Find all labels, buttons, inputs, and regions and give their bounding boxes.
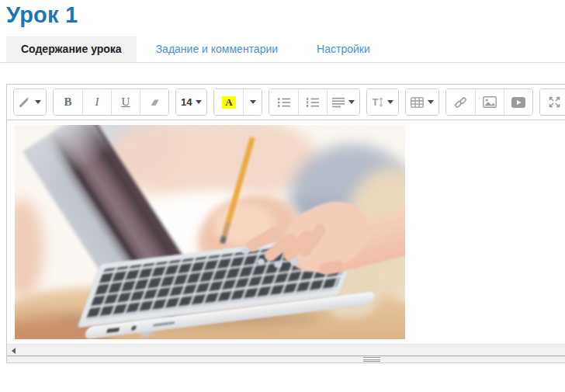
ordered-list-button[interactable]	[298, 89, 327, 115]
color-group: A	[213, 88, 262, 116]
table-button[interactable]	[406, 89, 438, 115]
line-height-letter: T	[372, 96, 378, 108]
editor-content-area[interactable]	[7, 120, 565, 344]
color-letter: A	[222, 96, 235, 109]
photo-foreground-blur	[15, 199, 43, 300]
lesson-photo[interactable]	[15, 125, 405, 339]
tab-lesson-content[interactable]: Содержание урока	[6, 36, 137, 62]
insert-link-button[interactable]	[446, 89, 475, 115]
tab-assignment-comments[interactable]: Задание и комментарии	[137, 36, 297, 62]
photo-fingernail	[274, 262, 282, 268]
bold-button[interactable]: B	[54, 89, 82, 115]
photo-laptop-vent	[153, 321, 175, 327]
chevron-down-icon	[348, 100, 355, 104]
paragraph-style-button[interactable]	[14, 89, 46, 115]
editor-resize-handle[interactable]	[7, 356, 565, 363]
text-color-button[interactable]: A	[214, 89, 243, 115]
chevron-down-icon	[35, 100, 41, 104]
tab-settings[interactable]: Настройки	[297, 36, 390, 62]
insert-group	[445, 88, 533, 116]
paragraph-align-button[interactable]	[327, 89, 359, 115]
style-group	[13, 88, 47, 116]
rich-text-editor: B I U 14 A	[6, 84, 565, 363]
paragraph-align-icon	[332, 97, 345, 108]
view-group: </>	[539, 88, 565, 116]
table-icon	[411, 97, 424, 108]
horizontal-scrollbar[interactable]	[7, 344, 565, 356]
link-icon	[454, 96, 467, 109]
underline-button[interactable]: U	[111, 89, 140, 115]
ordered-list-icon	[306, 97, 320, 108]
line-height-button[interactable]: T	[367, 89, 398, 115]
italic-button[interactable]: I	[82, 89, 111, 115]
photo-fingernail	[290, 258, 298, 265]
scroll-left-icon[interactable]	[12, 348, 16, 354]
italic-glyph: I	[95, 95, 99, 109]
fullscreen-icon	[549, 96, 560, 108]
unordered-list-button[interactable]	[269, 89, 298, 115]
editor-toolbar: B I U 14 A	[7, 85, 565, 120]
line-height-group: T	[366, 88, 399, 116]
magic-wand-icon	[19, 96, 31, 108]
clear-format-button[interactable]	[140, 89, 168, 115]
tab-bar: Содержание урока Задание и комментарии Н…	[0, 36, 565, 63]
photo-laptop-port	[106, 328, 120, 333]
paragraph-group	[269, 88, 360, 116]
video-icon	[511, 97, 525, 108]
photo-fingernail	[257, 258, 265, 265]
font-size-button[interactable]: 14	[176, 89, 206, 115]
eraser-icon	[149, 97, 161, 107]
font-size-group: 14	[175, 88, 207, 116]
chevron-down-icon	[196, 100, 202, 104]
resize-grip-icon[interactable]	[363, 357, 380, 363]
table-group	[405, 88, 439, 116]
underline-glyph: U	[122, 95, 130, 109]
bold-glyph: B	[64, 95, 71, 109]
page-title: Урок 1	[6, 2, 565, 28]
photo-laptop-port	[131, 325, 137, 331]
format-group: B I U	[53, 88, 169, 116]
insert-video-button[interactable]	[504, 89, 532, 115]
color-dropdown-button[interactable]	[243, 89, 262, 115]
vertical-arrow-icon	[379, 97, 383, 107]
fullscreen-button[interactable]	[540, 89, 565, 115]
chevron-down-icon	[250, 100, 256, 104]
picture-icon	[483, 96, 497, 108]
unordered-list-icon	[277, 97, 291, 108]
photo-fingernail	[241, 248, 249, 254]
photo-laptop-lid-top	[23, 125, 113, 192]
insert-picture-button[interactable]	[475, 89, 504, 115]
chevron-down-icon	[428, 100, 434, 104]
chevron-down-icon	[387, 100, 393, 104]
font-size-value: 14	[181, 96, 192, 108]
